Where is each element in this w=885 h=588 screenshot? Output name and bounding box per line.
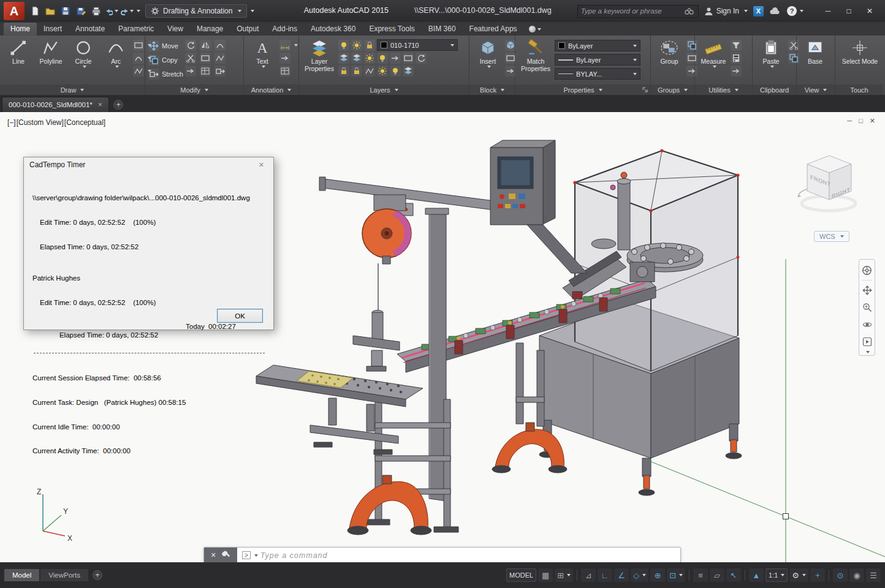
polar-tracking-icon[interactable]: ∠ xyxy=(614,568,629,582)
block-attributes-icon[interactable] xyxy=(505,66,516,77)
new-tab-button[interactable]: + xyxy=(113,100,123,110)
customization-menu-icon[interactable]: ☰ xyxy=(866,568,881,582)
visual-style-button[interactable]: [Conceptual] xyxy=(64,118,105,127)
ellipse-tool-icon[interactable] xyxy=(133,53,144,64)
touch-panel-label[interactable]: Touch xyxy=(835,85,883,95)
isolate-objects-icon[interactable]: ◉ xyxy=(849,568,864,582)
line-button[interactable]: Line xyxy=(3,38,34,66)
grid-icon[interactable]: ▦ xyxy=(538,568,553,582)
properties-dialog-launcher-icon[interactable] xyxy=(642,87,648,93)
redo-button[interactable] xyxy=(120,4,134,18)
zoom-icon[interactable] xyxy=(860,300,873,315)
open-button[interactable] xyxy=(43,4,57,18)
orbit-icon[interactable] xyxy=(860,317,873,332)
workspace-menu-chevron-icon[interactable] xyxy=(251,10,254,12)
wrench-customize-icon[interactable] xyxy=(222,551,231,560)
clipboard-panel-label[interactable]: Clipboard xyxy=(753,85,796,95)
drawing-restore-icon[interactable]: □ xyxy=(859,117,863,125)
quick-select-icon[interactable] xyxy=(731,40,742,51)
command-input[interactable] xyxy=(260,551,680,560)
drawing-area[interactable]: [−] [Custom View] [Conceptual] ─ □ ✕ FRO… xyxy=(0,112,885,562)
viewports-tab[interactable]: ViewPorts xyxy=(40,569,88,581)
transparency-icon[interactable]: ▱ xyxy=(710,568,724,582)
paste-chevron-icon[interactable] xyxy=(770,66,774,68)
full-navigation-wheel-icon[interactable] xyxy=(860,263,873,278)
tab-insert[interactable]: Insert xyxy=(37,23,69,36)
plot-button[interactable] xyxy=(89,4,103,18)
view-name-button[interactable]: [Custom View] xyxy=(17,118,64,127)
dimension-tool-icon[interactable] xyxy=(279,40,291,51)
save-button[interactable] xyxy=(58,4,72,18)
rectangle-tool-icon[interactable] xyxy=(133,40,144,51)
circle-button[interactable]: Circle xyxy=(68,38,99,68)
model-tab[interactable]: Model xyxy=(4,569,39,581)
ribbon-display-options-button[interactable] xyxy=(529,26,541,36)
dialog-title-bar[interactable]: CadTempo Timer ✕ xyxy=(24,157,273,172)
layer-lock-tool-icon[interactable] xyxy=(338,66,349,77)
insert-chevron-icon[interactable] xyxy=(487,66,491,68)
layer-isolate-icon[interactable] xyxy=(338,53,349,64)
minimize-button[interactable]: ─ xyxy=(818,3,838,19)
layers-panel-label[interactable]: Layers xyxy=(299,85,469,95)
groups-panel-label[interactable]: Groups xyxy=(651,85,694,95)
hatch-tool-icon[interactable] xyxy=(133,66,144,77)
properties-panel-label[interactable]: Properties xyxy=(515,85,650,95)
measure-chevron-icon[interactable] xyxy=(713,66,716,68)
annotation-monitor-icon[interactable]: ＋ xyxy=(810,568,825,582)
infer-constraints-icon[interactable]: ⊿ xyxy=(581,568,596,582)
a360-cloud-icon[interactable] xyxy=(769,7,781,15)
layer-on-off-icon[interactable] xyxy=(338,40,349,51)
layer-unisolate-icon[interactable] xyxy=(351,53,362,64)
scale-tool-icon[interactable] xyxy=(185,66,196,77)
sign-in-button[interactable]: Sign In xyxy=(704,7,748,16)
exchange-apps-icon[interactable]: X xyxy=(753,6,764,17)
tab-bim-360[interactable]: BIM 360 xyxy=(422,23,463,36)
drawing-minimize-icon[interactable]: ─ xyxy=(847,117,852,125)
command-close-icon[interactable]: ✕ xyxy=(210,551,216,559)
arc-chevron-icon[interactable] xyxy=(115,66,119,68)
selection-cycling-icon[interactable]: ↖ xyxy=(726,568,741,582)
object-color-dropdown[interactable]: ByLayer xyxy=(555,40,640,51)
linetype-dropdown[interactable]: BYLAY... xyxy=(555,68,640,80)
file-tab-active[interactable]: 000-010-0026_SldMdl001* ✕ xyxy=(2,97,109,112)
trim-tool-icon[interactable] xyxy=(185,53,196,64)
text-button[interactable]: A Text xyxy=(247,38,278,68)
tab-output[interactable]: Output xyxy=(230,23,265,36)
dimension-chevron-icon[interactable] xyxy=(294,44,298,47)
maximize-button[interactable]: □ xyxy=(838,3,859,19)
layer-unlock-tool-icon[interactable] xyxy=(351,66,362,77)
stretch-button[interactable]: Stretch xyxy=(148,67,183,80)
isodraft-icon[interactable]: ◇ xyxy=(631,568,648,582)
recent-commands-chevron-icon[interactable] xyxy=(254,554,258,557)
navbar-chevron-icon[interactable] xyxy=(866,351,870,353)
explode-tool-icon[interactable] xyxy=(215,53,226,64)
leader-tool-icon[interactable] xyxy=(279,53,291,64)
layer-lock-icon[interactable] xyxy=(364,40,375,51)
viewcube[interactable]: FRONT RIGHT xyxy=(794,146,867,218)
workspace-switcher[interactable]: Drafting & Annotation xyxy=(145,4,247,18)
layer-freeze-icon[interactable] xyxy=(351,40,362,51)
command-line-grip[interactable]: ✕ xyxy=(204,548,237,562)
binoculars-search-icon[interactable] xyxy=(684,7,695,15)
array-tool-icon[interactable] xyxy=(200,66,211,77)
copy-button[interactable]: Copy xyxy=(148,53,183,66)
text-chevron-icon[interactable] xyxy=(262,66,265,68)
polyline-button[interactable]: Polyline xyxy=(36,38,66,66)
snap-icon[interactable]: ⊞ xyxy=(555,568,573,582)
view-panel-label[interactable]: View xyxy=(797,85,835,95)
drawing-close-icon[interactable]: ✕ xyxy=(870,117,875,125)
circle-chevron-icon[interactable] xyxy=(83,66,86,68)
rotate-tool-icon[interactable] xyxy=(185,40,196,51)
match-properties-button[interactable]: Match Properties xyxy=(518,38,553,72)
undo-chevron-icon[interactable] xyxy=(115,10,118,12)
tab-add-ins[interactable]: Add-ins xyxy=(265,23,304,36)
draw-panel-label[interactable]: Draw xyxy=(0,85,145,95)
fillet-tool-icon[interactable] xyxy=(215,40,226,51)
pan-icon[interactable] xyxy=(860,282,873,298)
tab-manage[interactable]: Manage xyxy=(190,23,230,36)
group-button[interactable]: Group xyxy=(654,38,685,66)
help-button[interactable]: ? xyxy=(787,6,803,16)
showmotion-icon[interactable] xyxy=(860,334,873,349)
search-input[interactable] xyxy=(581,7,684,15)
select-mode-button[interactable]: Select Mode xyxy=(841,38,878,66)
